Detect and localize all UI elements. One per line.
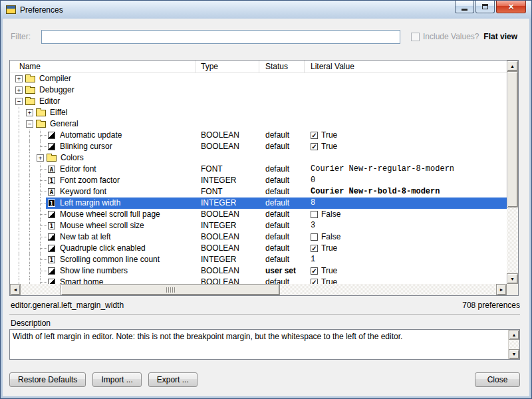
- tree-name-cell: Show line numbers: [10, 265, 196, 277]
- tree-row[interactable]: Quadruple click enabledBOOLEANdefault✓Tr…: [10, 243, 507, 254]
- pref-type: BOOLEAN: [196, 277, 259, 284]
- value-checkbox[interactable]: ✓: [311, 132, 318, 139]
- description-scroll-up-button[interactable]: ▲: [509, 330, 519, 340]
- tree-row[interactable]: Automatic updateBOOLEANdefault✓True: [10, 130, 507, 141]
- pref-type: INTEGER: [196, 254, 259, 265]
- pref-type: FONT: [196, 164, 259, 175]
- tree-expander[interactable]: +: [37, 154, 44, 162]
- tree-row[interactable]: Mouse wheel scroll full pageBOOLEANdefau…: [10, 209, 507, 220]
- pref-type: INTEGER: [196, 220, 259, 231]
- include-values-checkbox[interactable]: [411, 33, 420, 41]
- tree-row-label: Quadruple click enabled: [60, 243, 146, 254]
- value-checkbox[interactable]: ✓: [311, 267, 318, 275]
- tree-name-cell: Quadruple click enabled: [10, 243, 196, 254]
- description-scroll-down-button[interactable]: ▼: [509, 349, 519, 359]
- pref-status: [259, 84, 305, 96]
- pref-value: [305, 152, 507, 164]
- value-label: True: [321, 141, 337, 152]
- tree-expander[interactable]: +: [15, 75, 23, 82]
- column-header-literal-value[interactable]: Literal Value: [305, 61, 507, 72]
- maximize-button[interactable]: [475, 1, 495, 13]
- scroll-right-button[interactable]: ►: [496, 284, 507, 295]
- tree-name-cell: +Colors: [10, 152, 196, 164]
- int-pref-icon: 1: [48, 200, 55, 207]
- tree-row[interactable]: −Editor: [10, 96, 507, 107]
- pref-type: [196, 84, 259, 96]
- tree-expander[interactable]: +: [15, 86, 23, 94]
- pref-value: ✓True: [305, 277, 507, 284]
- column-header-type[interactable]: Type: [196, 61, 259, 72]
- pref-value: [305, 84, 507, 96]
- pref-status: [259, 107, 305, 118]
- tree-expander[interactable]: −: [26, 120, 33, 128]
- tree-row[interactable]: 1Scrolling common line countINTEGERdefau…: [10, 254, 507, 265]
- tree-row[interactable]: +Compiler: [10, 73, 507, 84]
- minimize-icon: [462, 9, 467, 11]
- tree-row[interactable]: 1Mouse wheel scroll sizeINTEGERdefault3: [10, 220, 507, 231]
- import-button[interactable]: Import ...: [92, 372, 141, 387]
- filter-bar: Filter: Include Values? Flat view: [11, 29, 521, 44]
- value-label: 3: [311, 220, 315, 231]
- tree-row[interactable]: +Eiffel: [10, 107, 507, 118]
- font-pref-icon: A: [48, 166, 55, 173]
- value-checkbox[interactable]: ✓: [311, 245, 318, 252]
- tree-row[interactable]: Smart homeBOOLEANdefault✓True: [10, 277, 507, 284]
- tree-name-cell: −General: [10, 118, 196, 130]
- flat-view-button[interactable]: Flat view: [483, 32, 521, 41]
- tree-row[interactable]: AKeyword fontFONTdefaultCourier New-r-bo…: [10, 186, 507, 198]
- scroll-up-button[interactable]: ▲: [507, 61, 518, 71]
- vertical-scrollbar[interactable]: ▲ ▼: [507, 61, 518, 284]
- filter-input[interactable]: [41, 30, 400, 44]
- folder-icon: [47, 155, 57, 162]
- pref-type: BOOLEAN: [196, 265, 259, 277]
- horizontal-scroll-thumb[interactable]: [61, 284, 280, 295]
- close-dialog-button[interactable]: Close: [475, 372, 520, 387]
- titlebar[interactable]: Preferences ✕: [1, 1, 531, 19]
- column-header-status[interactable]: Status: [259, 61, 305, 72]
- up-arrow-icon: ▲: [510, 64, 515, 68]
- close-button[interactable]: ✕: [496, 1, 526, 13]
- tree-row[interactable]: AEditor fontFONTdefaultCourier New-r-reg…: [10, 164, 507, 175]
- tree-name-cell: +Compiler: [10, 73, 196, 84]
- value-checkbox[interactable]: [311, 233, 318, 241]
- vertical-scroll-thumb[interactable]: [507, 71, 518, 207]
- window-controls: ✕: [455, 1, 526, 13]
- scroll-left-button[interactable]: ◄: [10, 284, 21, 295]
- value-checkbox[interactable]: ✓: [311, 143, 318, 150]
- tree-row[interactable]: Show line numbersBOOLEANuser set✓True: [10, 265, 507, 277]
- restore-defaults-button[interactable]: Restore Defaults: [9, 372, 86, 387]
- tree-row[interactable]: 1Left margin widthINTEGERdefault8: [10, 198, 507, 209]
- pref-type: BOOLEAN: [196, 231, 259, 243]
- minimize-button[interactable]: [455, 1, 474, 13]
- scroll-down-button[interactable]: ▼: [507, 273, 518, 284]
- column-header-name[interactable]: Name: [10, 61, 196, 72]
- status-bar: editor.general.left_margin_width 708 pre…: [11, 300, 520, 311]
- pref-value: Courier New-r-bold-8-modern: [305, 186, 507, 198]
- pref-status: [259, 152, 305, 164]
- folder-icon: [36, 121, 46, 128]
- export-button[interactable]: Export ...: [148, 372, 198, 387]
- bool-pref-icon: [48, 211, 55, 218]
- int-pref-icon: 1: [48, 177, 55, 184]
- maximize-icon: [482, 4, 488, 9]
- tree-row[interactable]: +Colors: [10, 152, 507, 164]
- description-text: Width of left margin in editor. Note: th…: [13, 332, 505, 341]
- tree-row[interactable]: 1Font zoom factorINTEGERdefault0: [10, 175, 507, 186]
- description-scrollbar[interactable]: ▲ ▼: [508, 330, 519, 359]
- pref-status: default: [259, 164, 305, 175]
- tree-expander[interactable]: +: [26, 109, 33, 116]
- horizontal-scrollbar[interactable]: ◄ ►: [10, 284, 507, 295]
- tree-row-label: Eiffel: [50, 107, 67, 118]
- bool-pref-icon: [48, 132, 55, 139]
- filter-label: Filter:: [11, 32, 41, 41]
- tree-row[interactable]: +Debugger: [10, 84, 507, 96]
- tree-expander[interactable]: −: [15, 98, 23, 105]
- value-label: Courier New-r-regular-8-modern: [311, 164, 454, 175]
- preferences-icon: [6, 5, 16, 14]
- value-checkbox[interactable]: [311, 211, 318, 218]
- tree-row[interactable]: Blinking cursorBOOLEANdefault✓True: [10, 141, 507, 152]
- value-checkbox[interactable]: ✓: [311, 279, 318, 284]
- tree-row[interactable]: −General: [10, 118, 507, 130]
- tree-row[interactable]: New tab at leftBOOLEANdefaultFalse: [10, 231, 507, 243]
- pref-type: INTEGER: [196, 198, 259, 209]
